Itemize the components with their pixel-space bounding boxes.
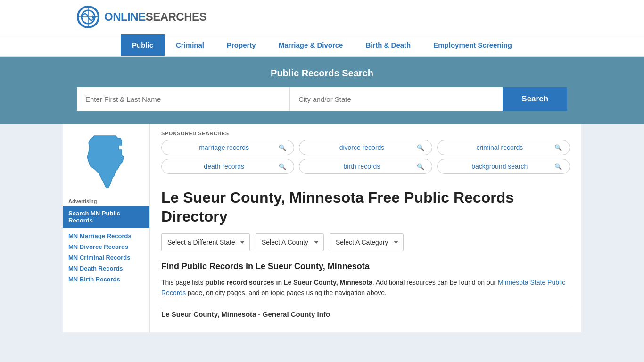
info-bold: public record sources in Le Sueur County… (205, 279, 372, 286)
pill-marriage[interactable]: marriage records 🔍 (161, 140, 294, 155)
logo-text: ONLINESEARCHES (104, 10, 206, 24)
pills-row-2: death records 🔍 birth records 🔍 backgrou… (161, 159, 570, 174)
nav-item-property[interactable]: Property (215, 34, 267, 56)
nav-item-birth-death[interactable]: Birth & Death (354, 34, 422, 56)
info-text-after: . Additional resources can be found on o… (372, 279, 498, 286)
search-icon-1: 🔍 (279, 144, 286, 151)
state-map-svg (80, 133, 132, 190)
location-input[interactable] (290, 87, 503, 111)
search-button[interactable]: Search (503, 87, 567, 111)
pill-background[interactable]: background search 🔍 (437, 159, 570, 174)
pill-death[interactable]: death records 🔍 (161, 159, 294, 174)
search-icon-2: 🔍 (417, 144, 424, 151)
advertising-label: Advertising (63, 194, 149, 206)
sidebar-link-birth[interactable]: MN Birth Records (63, 274, 149, 285)
find-title: Find Public Records in Le Sueur County, … (161, 262, 570, 272)
state-dropdown[interactable]: Select a Different State (161, 233, 250, 251)
section-divider (161, 306, 570, 306)
sidebar-link-criminal[interactable]: MN Criminal Records (63, 252, 149, 263)
sidebar-link-marriage[interactable]: MN Marriage Records (63, 230, 149, 241)
nav-item-marriage-divorce[interactable]: Marriage & Divorce (267, 34, 355, 56)
search-icon-6: 🔍 (554, 163, 562, 170)
nav-item-public[interactable]: Public (121, 34, 165, 56)
nav-bar: Public Criminal Property Marriage & Divo… (0, 34, 644, 57)
search-form: Search (77, 87, 567, 111)
sidebar: Advertising Search MN Public Records MN … (63, 124, 150, 332)
logo-icon (77, 6, 99, 28)
pill-divorce[interactable]: divorce records 🔍 (299, 140, 432, 155)
county-dropdown[interactable]: Select A County (256, 233, 324, 251)
pill-divorce-text: divorce records (307, 144, 416, 151)
dropdowns-row: Select a Different State Select A County… (161, 233, 570, 251)
sidebar-link-divorce[interactable]: MN Divorce Records (63, 241, 149, 252)
pill-birth-text: birth records (307, 163, 416, 170)
section-subtitle: Le Sueur County, Minnesota - General Cou… (161, 310, 570, 318)
pill-background-text: background search (445, 163, 554, 170)
pill-criminal-text: criminal records (445, 144, 554, 151)
map-container (63, 124, 149, 194)
nav-item-criminal[interactable]: Criminal (165, 34, 215, 56)
info-text-end: page, on city pages, and on topic pages … (186, 289, 387, 296)
sidebar-link-death[interactable]: MN Death Records (63, 263, 149, 274)
search-icon-5: 🔍 (417, 163, 424, 170)
search-banner: Public Records Search Search (0, 57, 644, 124)
logo[interactable]: ONLINESEARCHES (77, 6, 206, 28)
pill-marriage-text: marriage records (169, 144, 279, 151)
main-content: SPONSORED SEARCHES marriage records 🔍 di… (150, 124, 581, 332)
pill-criminal[interactable]: criminal records 🔍 (437, 140, 570, 155)
title-section: Le Sueur County, Minnesota Free Public R… (161, 181, 570, 233)
nav-item-employment[interactable]: Employment Screening (422, 34, 523, 56)
info-paragraph: This page lists public record sources in… (161, 277, 570, 298)
pills-row-1: marriage records 🔍 divorce records 🔍 cri… (161, 140, 570, 155)
page-title: Le Sueur County, Minnesota Free Public R… (161, 188, 570, 226)
pill-birth[interactable]: birth records 🔍 (299, 159, 432, 174)
sponsored-label: SPONSORED SEARCHES (161, 124, 570, 140)
info-text-before: This page lists (161, 279, 205, 286)
search-icon-3: 🔍 (554, 144, 562, 151)
sidebar-highlight-link[interactable]: Search MN Public Records (63, 206, 149, 228)
category-dropdown[interactable]: Select A Category (330, 233, 404, 251)
banner-title: Public Records Search (77, 68, 567, 79)
name-input[interactable] (77, 87, 290, 111)
search-icon-4: 🔍 (279, 163, 286, 170)
pill-death-text: death records (169, 163, 279, 170)
